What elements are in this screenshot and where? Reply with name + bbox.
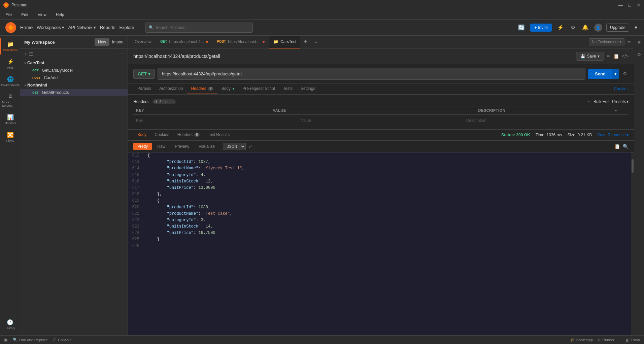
- resp-tab-headers[interactable]: Headers 5: [173, 130, 204, 140]
- search-bar[interactable]: 🔍 Search Postman: [145, 23, 253, 33]
- right-panel-icon-2[interactable]: ⚙: [636, 50, 643, 59]
- eye-icon[interactable]: 👁: [627, 40, 631, 44]
- method-badge-get: GET: [31, 68, 40, 72]
- req-tab-tests[interactable]: Tests: [279, 83, 297, 94]
- cookies-link[interactable]: Cookies: [614, 87, 629, 91]
- scrollbar-thumb[interactable]: [632, 159, 634, 173]
- more-options-icon[interactable]: ···: [119, 51, 124, 57]
- lightning-icon[interactable]: ⚡: [556, 23, 565, 32]
- console-button[interactable]: ⬡ Console: [53, 338, 71, 342]
- close-btn[interactable]: ✕: [637, 2, 641, 8]
- tab-carstests[interactable]: 📁 CarsTest: [269, 36, 300, 48]
- request-caradd[interactable]: POST CarAdd: [20, 74, 128, 81]
- settings-icon[interactable]: ⚙: [569, 23, 577, 32]
- avatar[interactable]: 👤: [594, 24, 602, 32]
- search-response-icon[interactable]: 🔍: [623, 144, 629, 149]
- req-tab-settings[interactable]: Settings: [297, 83, 319, 94]
- bulk-edit-button[interactable]: Bulk Edit: [594, 99, 609, 104]
- trash-button[interactable]: 🗑 Trash: [625, 338, 640, 342]
- sidebar-item-monitors[interactable]: 📊 Monitors: [0, 111, 20, 128]
- line-num-618: 618: [128, 191, 145, 198]
- headers-more-icon[interactable]: ···: [586, 99, 591, 105]
- menu-view[interactable]: View: [36, 12, 48, 18]
- status-panel-button[interactable]: ▣: [4, 338, 7, 342]
- req-tab-params[interactable]: Params: [133, 83, 155, 94]
- menu-edit[interactable]: Edit: [19, 12, 30, 18]
- upgrade-button[interactable]: Upgrade: [606, 24, 629, 32]
- list-icon[interactable]: ☰: [29, 51, 33, 57]
- new-button[interactable]: New: [95, 38, 109, 46]
- presets-button[interactable]: Presets ▾: [612, 99, 629, 104]
- tab-post-localhost-1[interactable]: POST https://localhost:...: [213, 36, 269, 48]
- nav-api-network[interactable]: API Network ▾: [68, 25, 96, 30]
- headers-subtab-headers[interactable]: Headers: [133, 99, 148, 104]
- header-key-input[interactable]: [133, 117, 298, 124]
- resp-body-tab-raw[interactable]: Raw: [153, 143, 169, 150]
- resp-tab-test-results[interactable]: Test Results: [204, 130, 234, 140]
- edit-icon[interactable]: ✏: [607, 54, 611, 59]
- invite-button[interactable]: + Invite: [530, 24, 552, 32]
- header-desc-input[interactable]: [464, 117, 629, 124]
- nav-reports[interactable]: Reports: [100, 25, 115, 30]
- nav-home[interactable]: Home: [20, 25, 33, 30]
- sidebar-item-mock-servers[interactable]: 🖥 Mock Servers: [0, 91, 20, 110]
- collection-carstests[interactable]: ▾ CarsTest: [20, 59, 128, 67]
- code-viewer[interactable]: 612 { 613 "productId": 1087, 614 "produc…: [128, 152, 634, 335]
- req-tab-headers[interactable]: Headers 8: [187, 83, 217, 94]
- environment-select[interactable]: No Environment ▾: [589, 38, 624, 45]
- bell-icon[interactable]: 🔔: [581, 23, 590, 32]
- resp-body-tab-preview[interactable]: Preview: [171, 143, 193, 150]
- req-tab-body[interactable]: Body: [217, 83, 239, 94]
- header-value-input[interactable]: [298, 117, 463, 124]
- collection-northwind[interactable]: ▾ Northwind: [20, 81, 128, 89]
- tab-get-localhost-1[interactable]: GET https://localhost:4...: [156, 36, 212, 48]
- content-area: Overview GET https://localhost:4... POST…: [128, 36, 634, 335]
- sidebar-item-collections[interactable]: 📁 Collections: [0, 38, 20, 55]
- req-tab-authorization[interactable]: Authorization: [155, 83, 187, 94]
- maximize-btn[interactable]: □: [629, 2, 631, 8]
- tab-overview[interactable]: Overview: [131, 36, 156, 48]
- more-tabs-icon[interactable]: ···: [311, 39, 320, 45]
- settings-panel-icon[interactable]: ⚙: [621, 70, 629, 78]
- right-panel-icon-1[interactable]: ≡: [636, 38, 642, 46]
- add-tab-button[interactable]: +: [301, 38, 310, 45]
- import-button[interactable]: Import: [112, 38, 124, 46]
- nav-explore[interactable]: Explore: [119, 25, 134, 30]
- menu-file[interactable]: File: [3, 12, 14, 18]
- sidebar-item-environments[interactable]: 🌐 Environments: [0, 73, 20, 90]
- chevron-down-icon: ▾: [24, 61, 26, 65]
- add-collection-icon[interactable]: +: [24, 51, 27, 57]
- method-dropdown[interactable]: GET ▾: [133, 69, 155, 79]
- runner-button[interactable]: ▷ Runner: [598, 338, 614, 342]
- sidebar-item-history[interactable]: 🕐 History: [3, 316, 16, 333]
- sync-icon[interactable]: 🔄: [517, 23, 526, 32]
- resp-body-tab-visualize[interactable]: Visualize: [195, 143, 219, 150]
- vertical-scrollbar[interactable]: [631, 152, 634, 335]
- send-button[interactable]: Send: [588, 69, 612, 79]
- resp-tab-cookies[interactable]: Cookies: [150, 130, 173, 140]
- save-button[interactable]: 💾 Save ▾: [576, 52, 604, 61]
- bootcamp-button[interactable]: 🎓 Bootcamp: [570, 338, 593, 342]
- req-tab-pre-request[interactable]: Pre-request Script: [238, 83, 279, 94]
- save-response-button[interactable]: Save Response ▾: [597, 133, 629, 137]
- menu-help[interactable]: Help: [54, 12, 66, 18]
- resp-tab-body[interactable]: Body: [133, 130, 150, 140]
- chevron-right-icon[interactable]: ▾: [633, 23, 639, 32]
- minimize-btn[interactable]: —: [618, 2, 623, 8]
- sidebar-item-flows[interactable]: 🔀 Flows: [0, 129, 20, 145]
- resp-body-tab-pretty[interactable]: Pretty: [133, 143, 152, 150]
- format-select[interactable]: JSON XML Text: [223, 143, 246, 150]
- nav-workspaces[interactable]: Workspaces ▾: [37, 25, 64, 30]
- request-getcarbymodel[interactable]: GET GetCarsByModel: [20, 67, 128, 74]
- find-replace-button[interactable]: 🔍 Find and Replace: [13, 338, 48, 342]
- copy-icon[interactable]: 📋: [613, 54, 619, 59]
- request-getallproducts[interactable]: GET GetAllProducts: [20, 89, 128, 96]
- url-input[interactable]: [158, 68, 585, 80]
- wrap-icon[interactable]: ⇌: [248, 144, 252, 149]
- code-icon[interactable]: </>: [622, 54, 629, 59]
- resp-time-label: Time: 1036 ms: [536, 133, 562, 137]
- sidebar-item-apis[interactable]: ⚡ APIs: [0, 56, 20, 72]
- headers-table: KEY VALUE DESCRIPTION ···: [133, 106, 629, 126]
- copy-response-icon[interactable]: 📋: [614, 144, 620, 149]
- send-chevron-button[interactable]: ▾: [612, 69, 619, 79]
